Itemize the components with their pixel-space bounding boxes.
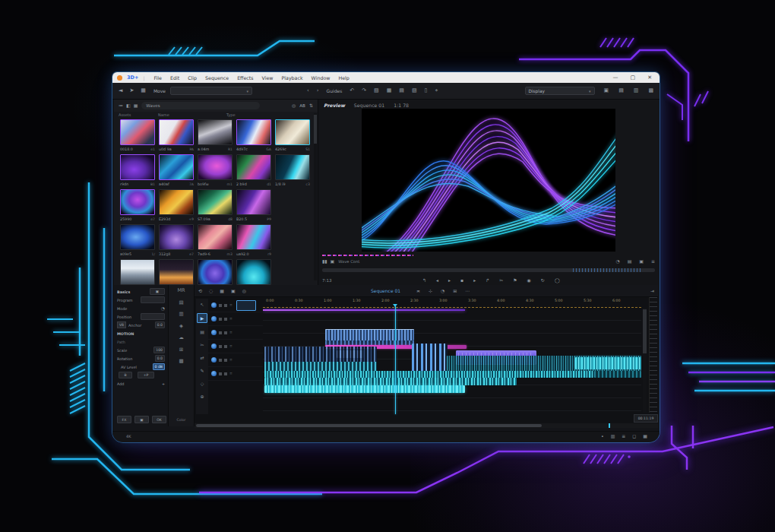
menu-file[interactable]: File [153,75,162,81]
track-lock-icon[interactable] [219,331,222,334]
menu-window[interactable]: Window [312,75,331,81]
media-thumbnail[interactable] [120,224,155,250]
track-lock-icon[interactable] [219,318,222,321]
marker-menu-icon[interactable]: ◔ [441,289,444,293]
media-thumbnail[interactable] [198,259,232,285]
track-enable-icon[interactable] [211,357,217,363]
slip-tool[interactable]: ⇄ [198,353,207,362]
compare-icon[interactable]: ▣ [639,259,644,264]
menu-help[interactable]: Help [338,75,349,81]
clip-audio-1-tail[interactable] [594,371,641,378]
menu-edit[interactable]: Edit [170,75,179,81]
filter-icon[interactable]: ◎ [292,103,296,108]
media-thumbnail[interactable] [120,189,155,215]
display-dropdown[interactable]: Display ▾ [525,87,595,95]
menu-sequence[interactable]: Sequence [205,75,229,81]
cut-icon[interactable]: ✂ [499,278,503,283]
media-thumbnail[interactable] [236,189,271,215]
frame-icon[interactable]: ▯ [425,88,428,93]
go-to-end-icon[interactable]: ↱ [486,278,489,283]
mask-icon[interactable]: ◯ [555,278,560,283]
props-mode-icon[interactable]: ◔ [161,306,165,311]
close-button[interactable]: ✕ [647,72,652,83]
media-thumbnail[interactable] [198,224,232,250]
pen-tool[interactable]: ✎ [198,366,207,375]
add-track-icon[interactable]: ⊞ [453,289,457,293]
track-mute-icon[interactable] [224,372,227,375]
media-thumbnail[interactable] [159,119,194,145]
track-enable-icon[interactable] [211,316,217,321]
media-thumbnail[interactable] [198,119,232,145]
props-bottom-button-fx[interactable]: FX [117,416,131,423]
snap-icon[interactable]: ≍ [416,289,420,293]
layout-block-4-icon[interactable]: ▨ [412,88,417,93]
pointer-icon[interactable]: ➤ [129,88,134,93]
loop-icon[interactable]: ↻ [541,278,545,283]
mixer-icon[interactable]: ▣ [231,289,236,293]
time-ruler[interactable]: 0:000:301:001:302:002:303:003:304:004:30… [263,297,641,308]
keyframe-icon[interactable]: ◈ [179,324,183,329]
record-icon[interactable]: ◉ [527,278,531,283]
next-icon[interactable]: › [317,88,319,93]
ripple-tool[interactable]: ▤ [198,328,207,336]
media-thumbnail[interactable] [120,119,155,145]
track-enable-icon[interactable] [211,371,217,376]
render-queue-icon[interactable]: ▥ [611,434,615,439]
monitor-scrubber[interactable] [322,268,655,272]
expand-icon[interactable]: ⇥ [650,288,654,293]
link-icon[interactable]: ⊹ [429,289,432,293]
sequence-tab[interactable]: Sequence 01 [371,288,400,293]
grid-icon[interactable]: ▦ [220,289,224,293]
track-header-a3[interactable]: ≡ [208,367,263,381]
media-thumbnail[interactable] [236,119,271,145]
media-thumbnail[interactable] [236,259,271,285]
tile-view-icon[interactable]: ◧ [126,103,131,108]
track-select-tool[interactable]: ▶ [197,313,207,323]
list-view-icon[interactable]: ≔ [119,103,123,108]
menu-effects[interactable]: Effects [237,75,253,81]
timeline-tracks-area[interactable] [263,308,641,413]
media-thumbnail[interactable] [120,259,155,285]
prev-icon[interactable]: ‹ [307,88,309,93]
stop-icon[interactable]: ▪ [460,278,463,283]
bins-icon[interactable]: ▩ [179,359,183,364]
layout-block-3-icon[interactable]: ▤ [399,88,404,93]
library-icon[interactable]: ⊞ [179,347,183,353]
add-icon[interactable]: + [162,382,165,386]
media-thumbnail[interactable] [198,189,232,215]
selection-tool[interactable]: ↖ [198,300,207,309]
clip-video-v3[interactable] [325,329,414,340]
preview-tab-sequence-01[interactable]: Sequence 01 [354,103,384,108]
media-thumbnail[interactable] [120,154,155,180]
track-lock-icon[interactable] [219,372,222,375]
back-icon[interactable]: ◄ [119,88,122,93]
sort-icon[interactable]: ⇅ [309,103,313,108]
media-thumbnail[interactable] [236,224,271,250]
razor-tool[interactable]: ✂ [198,340,207,349]
clip-info-icon[interactable]: ▣ [331,259,335,264]
clip-list-icon[interactable]: ▤ [179,300,183,306]
panel-c-icon[interactable]: ▥ [634,88,639,93]
redo-icon[interactable]: ↷ [362,88,366,93]
media-thumbnail[interactable] [236,154,271,180]
props-value[interactable]: 0.0 [155,321,165,328]
preview-tab-1-1-78[interactable]: 1:1 78 [394,103,409,108]
props-header-icon[interactable]: ▣ [150,288,165,295]
clip-bright-segment[interactable] [575,357,641,369]
props-bottom-button-ok[interactable]: OK [152,416,166,423]
timeline-horizontal-scrollbar[interactable] [195,423,658,428]
track-enable-icon[interactable] [211,344,217,349]
clip-audio-1[interactable] [264,371,594,378]
track-lock-icon[interactable] [219,345,222,348]
props-field[interactable] [141,313,165,320]
panel-icon[interactable]: ▦ [141,88,146,93]
cloud-icon[interactable]: ☁ [179,335,184,340]
props-chip[interactable]: VB [117,321,126,328]
panel-a-icon[interactable]: ▣ [604,88,609,93]
track-mute-icon[interactable] [224,304,227,307]
hand-tool[interactable]: ◇ [198,379,207,388]
flag-icon[interactable]: ⚑ [513,278,517,283]
props-value[interactable]: 100 [153,347,165,353]
track-lock-icon[interactable] [219,359,222,362]
clip-audio-2[interactable] [264,378,517,385]
